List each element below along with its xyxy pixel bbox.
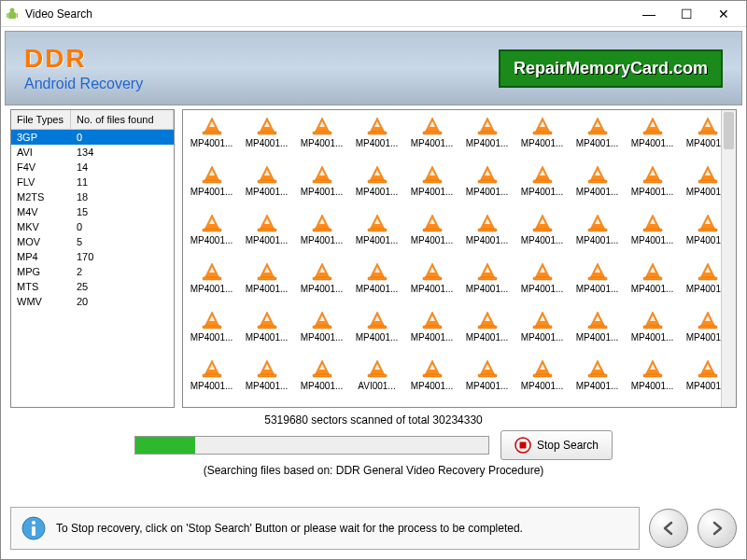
cell-count: 14	[71, 160, 174, 175]
thumbnail-item[interactable]: MP4001...	[405, 114, 458, 161]
thumbnail-item[interactable]: AVI001...	[350, 357, 403, 403]
thumbnail-item[interactable]: MP4001...	[515, 308, 569, 355]
table-row[interactable]: F4V14	[11, 160, 174, 175]
thumbnail-item[interactable]: MP4001...	[295, 162, 348, 209]
thumbnail-item[interactable]: MP4001...	[185, 308, 238, 355]
thumbnail-item[interactable]: MP4001...	[626, 114, 679, 161]
thumbnail-item[interactable]: MP4001...	[240, 114, 293, 161]
thumbnail-item[interactable]: MP4001...	[295, 114, 348, 161]
thumbnail-label: MP4001...	[298, 187, 346, 197]
table-row[interactable]: M4V15	[11, 204, 174, 219]
thumbnail-label: MP4001...	[298, 138, 346, 148]
thumbnail-item[interactable]: MP4001...	[515, 357, 569, 403]
thumbnail-item[interactable]: MP4001...	[350, 162, 403, 209]
thumbnail-item[interactable]: MP4001...	[571, 259, 624, 306]
thumbnail-item[interactable]: MP4001...	[571, 162, 624, 209]
thumbnail-item[interactable]: MP4001...	[571, 114, 624, 161]
header-subtitle: Android Recovery	[24, 76, 143, 92]
thumbnail-item[interactable]: MP4001...	[240, 211, 293, 258]
svg-rect-110	[478, 277, 497, 280]
thumbnail-item[interactable]: MP4001...	[295, 357, 348, 403]
table-row[interactable]: AVI134	[11, 145, 174, 160]
thumbnail-item[interactable]: MP4001...	[460, 357, 514, 403]
thumbnail-item[interactable]: MP4001...	[350, 114, 403, 161]
thumbnail-item[interactable]: MP4001...	[240, 357, 293, 403]
thumbnail-item[interactable]: MP4001...	[405, 211, 458, 258]
close-button[interactable]: ✕	[705, 2, 742, 26]
thumbnail-item[interactable]: MP4001...	[626, 308, 679, 355]
thumbnail-item[interactable]: MP4001...	[350, 211, 403, 258]
table-row[interactable]: FLV11	[11, 175, 174, 189]
thumbnail-item[interactable]: MP4001...	[460, 162, 514, 209]
table-row[interactable]: MP4170	[11, 249, 174, 264]
vlc-cone-icon	[366, 261, 388, 282]
table-row[interactable]: WMV20	[11, 294, 174, 309]
maximize-button[interactable]: ☐	[668, 2, 705, 26]
thumbnail-label: MP4001...	[628, 235, 677, 245]
vlc-cone-icon	[641, 213, 664, 233]
nav-back-button[interactable]	[649, 509, 688, 548]
thumbnail-item[interactable]: MP4001...	[240, 162, 293, 209]
col-header-type: File Types	[11, 110, 71, 129]
table-row[interactable]: MKV0	[11, 219, 174, 234]
thumbnail-item[interactable]: MP4001...	[405, 259, 458, 306]
thumbnail-item[interactable]: MP4001...	[571, 308, 624, 355]
thumbnail-item[interactable]: MP4001...	[515, 162, 569, 209]
thumbnail-item[interactable]: MP4001...	[185, 259, 238, 306]
thumbnail-item[interactable]: MP4001...	[571, 211, 624, 258]
thumbnail-item[interactable]: MP4001...	[515, 211, 569, 258]
content-area: File Types No. of files found 3GP0AVI134…	[10, 109, 737, 499]
minimize-button[interactable]: —	[630, 2, 668, 26]
stop-search-button[interactable]: Stop Search	[500, 430, 613, 460]
thumbnail-item[interactable]: MP4001...	[460, 259, 514, 306]
thumbnail-item[interactable]: MP4001...	[185, 114, 238, 161]
thumbnail-item[interactable]: MP4001...	[626, 211, 679, 258]
nav-forward-button[interactable]	[698, 509, 737, 548]
thumbnail-item[interactable]: MP4001...	[515, 259, 569, 306]
cell-type: FLV	[11, 175, 71, 189]
svg-rect-59	[643, 180, 662, 183]
thumbnail-item[interactable]: MP4001...	[295, 211, 348, 258]
thumbnail-item[interactable]: MP4001...	[240, 308, 293, 355]
thumbnail-label: MP4001...	[628, 284, 677, 294]
table-row[interactable]: MTS25	[11, 279, 174, 294]
thumbnail-item[interactable]: MP4001...	[350, 259, 403, 306]
thumbnail-label: MP4001...	[353, 235, 402, 245]
thumbnail-item[interactable]: MP4001...	[185, 211, 238, 258]
vlc-cone-icon	[531, 116, 554, 136]
thumbnail-item[interactable]: MP4001...	[405, 308, 458, 355]
thumbnail-item[interactable]: MP4001...	[626, 162, 679, 209]
thumbnail-item[interactable]: MP4001...	[515, 114, 569, 161]
cell-type: MTS	[11, 279, 71, 294]
thumbnail-item[interactable]: MP4001...	[460, 308, 514, 355]
table-row[interactable]: 3GP0	[11, 130, 174, 145]
scroll-handle[interactable]	[724, 112, 734, 149]
thumbnail-item[interactable]: MP4001...	[405, 162, 458, 209]
thumbnail-item[interactable]: MP4001...	[405, 357, 458, 403]
thumbnail-item[interactable]: MP4001...	[185, 357, 238, 403]
cell-count: 20	[71, 294, 174, 309]
thumbnail-item[interactable]: MP4001...	[240, 259, 293, 306]
table-row[interactable]: MPG2	[11, 264, 174, 279]
thumbnail-item[interactable]: MP4001...	[350, 308, 403, 355]
svg-rect-152	[698, 326, 717, 329]
table-row[interactable]: M2TS18	[11, 189, 174, 204]
footer: To Stop recovery, click on 'Stop Search'…	[10, 507, 737, 550]
thumbnail-label: MP4001...	[573, 332, 622, 343]
thumbnail-item[interactable]: MP4001...	[295, 259, 348, 306]
svg-rect-23	[533, 132, 552, 134]
scrollbar-vertical[interactable]	[721, 110, 736, 407]
vlc-cone-icon	[586, 310, 609, 330]
thumbnail-item[interactable]: MP4001...	[460, 114, 514, 161]
table-row[interactable]: MOV5	[11, 234, 174, 249]
thumbnail-item[interactable]: MP4001...	[295, 308, 348, 355]
thumbnail-label: MP4001...	[408, 332, 457, 343]
thumbnail-item[interactable]: MP4001...	[185, 162, 238, 209]
thumbnail-item[interactable]: MP4001...	[460, 211, 514, 258]
thumbnail-item[interactable]: MP4001...	[571, 357, 624, 403]
thumbnail-item[interactable]: MP4001...	[626, 259, 679, 306]
thumbnail-item[interactable]: MP4001...	[626, 357, 679, 403]
svg-rect-131	[313, 326, 331, 329]
vlc-cone-icon	[366, 310, 388, 330]
progress-bar	[134, 436, 489, 455]
